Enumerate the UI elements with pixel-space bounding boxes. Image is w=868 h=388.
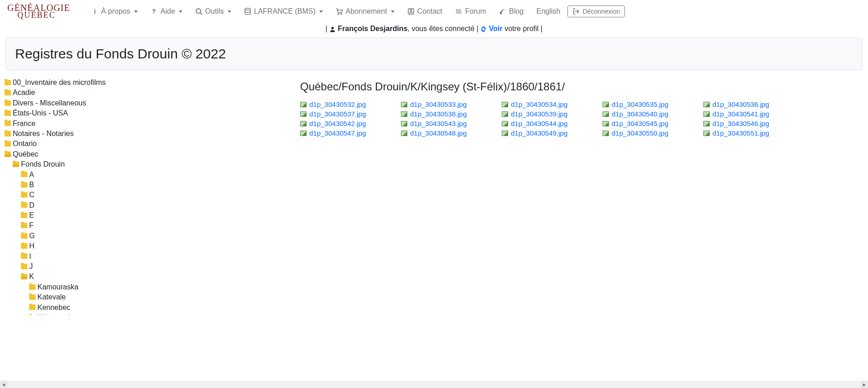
nav-tools[interactable]: Outils (190, 4, 237, 19)
file-name: d1p_30430548.jpg (410, 129, 467, 137)
tree-folder[interactable]: Katevale (29, 292, 66, 302)
file-link[interactable]: d1p_30430534.jpg (502, 100, 595, 109)
tree-folder-label: 00_Inventaire des microfilms (13, 78, 106, 88)
file-link[interactable]: d1p_30430537.jpg (300, 109, 394, 119)
view-profile-link[interactable]: Voir (480, 25, 504, 32)
nav-blog[interactable]: Blog (494, 4, 529, 19)
nav-lafrance[interactable]: LAFRANCE (BMS) (239, 4, 328, 19)
folder-icon (21, 223, 27, 228)
tree-folder-label: F (29, 220, 34, 231)
file-link[interactable]: d1p_30430542.jpg (300, 119, 394, 128)
image-file-icon (401, 111, 407, 117)
tree-folder-label: Acadie (13, 88, 35, 98)
file-name: d1p_30430542.jpg (309, 120, 366, 127)
nav-forum[interactable]: Forum (450, 4, 492, 19)
site-logo[interactable]: GÉNÉALOGIE QUÉBEC (7, 4, 70, 19)
user-status-bar: | François Desjardins, vous êtes connect… (0, 23, 868, 37)
tree-folder[interactable]: D (21, 200, 35, 210)
folder-icon (21, 202, 27, 208)
tree-folder-label: K (29, 272, 34, 282)
tree-folder[interactable]: G (21, 231, 35, 241)
file-link[interactable]: d1p_30430532.jpg (300, 100, 394, 109)
logout-icon (572, 8, 580, 15)
svg-point-10 (332, 27, 334, 29)
tree-folder[interactable]: A (21, 170, 34, 180)
folder-icon (21, 182, 27, 188)
user-icon (329, 26, 336, 32)
file-link[interactable]: d1p_30430550.jpg (603, 128, 696, 138)
folder-icon (21, 213, 27, 218)
folder-icon (5, 90, 11, 95)
file-link[interactable]: d1p_30430536.jpg (703, 100, 797, 109)
file-link[interactable]: d1p_30430535.jpg (603, 100, 696, 109)
folder-tree-panel[interactable]: 00_Inventaire des microfilmsAcadieDivers… (5, 78, 292, 315)
image-file-icon (502, 131, 508, 136)
tree-folder-label: États-Unis - USA (13, 108, 68, 118)
breadcrumb: Québec/Fonds Drouin/K/Kingsey (St-Félix)… (300, 80, 859, 93)
tree-folder[interactable]: Acadie (5, 88, 35, 98)
tree-folder[interactable]: B (21, 180, 34, 190)
tree-folder[interactable]: Fonds Drouin (13, 159, 65, 169)
file-link[interactable]: d1p_30430551.jpg (703, 128, 797, 138)
tree-folder[interactable]: Québec (5, 149, 38, 159)
tree-folder-label: France (13, 119, 36, 129)
file-link[interactable]: d1p_30430544.jpg (502, 119, 595, 128)
tree-folder[interactable]: I (21, 252, 31, 262)
tree-folder[interactable]: C (21, 190, 35, 200)
file-link[interactable]: d1p_30430547.jpg (300, 128, 394, 138)
file-link[interactable]: d1p_30430533.jpg (401, 100, 494, 109)
image-file-icon (502, 121, 508, 126)
file-name: d1p_30430535.jpg (612, 100, 668, 108)
chevron-down-icon (228, 10, 231, 13)
tree-folder[interactable]: États-Unis - USA (5, 108, 68, 118)
search-icon (195, 8, 203, 15)
file-name: d1p_30430540.jpg (612, 110, 668, 118)
file-name: d1p_30430533.jpg (410, 100, 467, 108)
tree-folder[interactable]: H (21, 241, 35, 251)
chevron-down-icon (319, 10, 323, 13)
tree-folder[interactable]: Notaires - Notaries (5, 129, 73, 139)
image-file-icon (703, 131, 710, 136)
tree-folder[interactable]: E (21, 210, 34, 220)
file-link[interactable]: d1p_30430538.jpg (401, 109, 494, 119)
logout-button[interactable]: Déconnexion (567, 5, 625, 17)
tree-folder[interactable]: Ontario (5, 139, 36, 149)
file-link[interactable]: d1p_30430543.jpg (401, 119, 494, 128)
tree-folder[interactable]: 00_Inventaire des microfilms (5, 78, 106, 88)
tree-folder[interactable]: F (21, 220, 34, 231)
nav-english[interactable]: English (531, 4, 566, 19)
folder-icon (29, 304, 36, 310)
file-link[interactable]: d1p_30430539.jpg (502, 109, 595, 119)
nav-contact[interactable]: Contact (402, 4, 448, 19)
tree-folder[interactable]: J (21, 262, 33, 272)
nav-subscription[interactable]: Abonnement (330, 4, 400, 19)
tree-folder-label: B (29, 180, 34, 190)
tree-folder[interactable]: Kamouraska (29, 282, 78, 292)
file-name: d1p_30430549.jpg (511, 129, 567, 137)
file-name: d1p_30430534.jpg (511, 100, 567, 108)
file-link[interactable]: d1p_30430549.jpg (502, 128, 595, 138)
chevron-down-icon (134, 10, 138, 13)
file-link[interactable]: d1p_30430545.jpg (603, 119, 696, 128)
folder-icon (21, 233, 27, 239)
tree-folder[interactable]: K (21, 272, 34, 282)
forum-icon (455, 8, 463, 15)
file-name: d1p_30430545.jpg (612, 120, 668, 127)
nav-about[interactable]: i À propos (86, 4, 143, 19)
svg-point-8 (410, 10, 412, 11)
nav-help[interactable]: ? Aide (145, 4, 188, 19)
folder-icon (29, 294, 36, 300)
file-link[interactable]: d1p_30430541.jpg (703, 109, 797, 119)
svg-point-6 (341, 14, 342, 15)
file-link[interactable]: d1p_30430540.jpg (603, 109, 696, 119)
page-title: Registres du Fonds Drouin © 2022 (15, 46, 853, 62)
tree-folder[interactable]: Divers - Miscellaneous (5, 98, 86, 108)
file-link[interactable]: d1p_30430546.jpg (703, 119, 797, 128)
tree-folder[interactable]: Kénogami (29, 313, 70, 315)
folder-icon (21, 253, 27, 259)
file-link[interactable]: d1p_30430548.jpg (401, 128, 494, 138)
tree-folder[interactable]: Kennebec (29, 303, 70, 313)
tree-folder[interactable]: France (5, 119, 36, 129)
tree-folder-label: Ontario (13, 139, 36, 149)
image-file-icon (401, 102, 407, 107)
